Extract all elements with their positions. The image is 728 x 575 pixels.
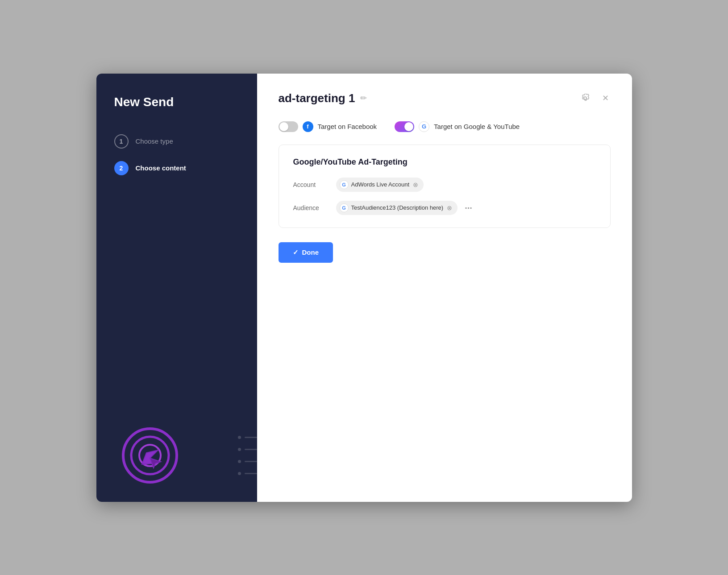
sidebar-title: New Send (114, 95, 239, 109)
dots-decoration (238, 436, 257, 502)
account-field-row: Account G AdWords Live Account ⊗ (293, 178, 596, 192)
close-button[interactable]: ✕ (600, 91, 611, 105)
card-title: Google/YouTube Ad-Targeting (293, 157, 596, 167)
panel-title: ad-targeting 1 (279, 91, 355, 105)
account-tag-close[interactable]: ⊗ (413, 182, 418, 188)
sidebar: New Send 1 Choose type 2 Choose content (96, 74, 257, 502)
facebook-icon: f (303, 121, 313, 132)
account-values: G AdWords Live Account ⊗ (336, 178, 424, 192)
header-actions: ✕ (579, 91, 611, 105)
google-toggle-label: Target on Google & YouTube (434, 123, 520, 130)
audience-tag-text: TestAudience123 (Description here) (351, 204, 444, 211)
toggle-item-google: G Target on Google & YouTube (395, 121, 520, 132)
audience-tag: G TestAudience123 (Description here) ⊗ (336, 201, 458, 215)
step-label-2: Choose content (136, 164, 186, 172)
google-toggle[interactable] (395, 121, 414, 132)
account-tag: G AdWords Live Account ⊗ (336, 178, 424, 192)
main-panel: ad-targeting 1 ✏ ✕ (257, 74, 632, 502)
google-audience-icon: G (340, 203, 349, 212)
target-icon (114, 416, 186, 488)
account-tag-text: AdWords Live Account (351, 181, 410, 188)
edit-icon[interactable]: ✏ (360, 93, 367, 103)
toggle-row: f Target on Facebook G Target on Google … (279, 121, 611, 132)
audience-label: Audience (293, 201, 325, 211)
settings-button[interactable] (579, 92, 591, 104)
facebook-toggle[interactable] (279, 121, 298, 132)
sidebar-decoration (96, 377, 257, 502)
done-button-label: Done (302, 248, 319, 256)
more-options-button[interactable]: ··· (461, 202, 476, 214)
audience-field-row: Audience G TestAudience123 (Description … (293, 201, 596, 215)
close-icon: ✕ (602, 93, 609, 103)
step-label-1: Choose type (136, 137, 173, 145)
step-number-1: 1 (114, 134, 129, 149)
step-list: 1 Choose type 2 Choose content (114, 134, 239, 175)
audience-tag-close[interactable]: ⊗ (447, 205, 452, 211)
toggle-item-facebook: f Target on Facebook (279, 121, 377, 132)
done-button[interactable]: ✓ Done (279, 242, 333, 263)
done-button-container: ✓ Done (279, 242, 611, 263)
panel-title-row: ad-targeting 1 ✏ (279, 91, 367, 105)
account-label: Account (293, 178, 325, 188)
sidebar-item-choose-content[interactable]: 2 Choose content (114, 161, 239, 175)
audience-values: G TestAudience123 (Description here) ⊗ ·… (336, 201, 476, 215)
facebook-toggle-label: Target on Facebook (318, 123, 377, 130)
checkmark-icon: ✓ (293, 248, 299, 256)
gear-icon (581, 94, 590, 103)
step-number-2: 2 (114, 161, 129, 175)
google-icon: G (419, 121, 429, 132)
content-card: Google/YouTube Ad-Targeting Account G Ad… (279, 145, 611, 228)
google-tag-icon: G (340, 180, 349, 189)
panel-header: ad-targeting 1 ✏ ✕ (279, 91, 611, 105)
sidebar-item-choose-type[interactable]: 1 Choose type (114, 134, 239, 149)
